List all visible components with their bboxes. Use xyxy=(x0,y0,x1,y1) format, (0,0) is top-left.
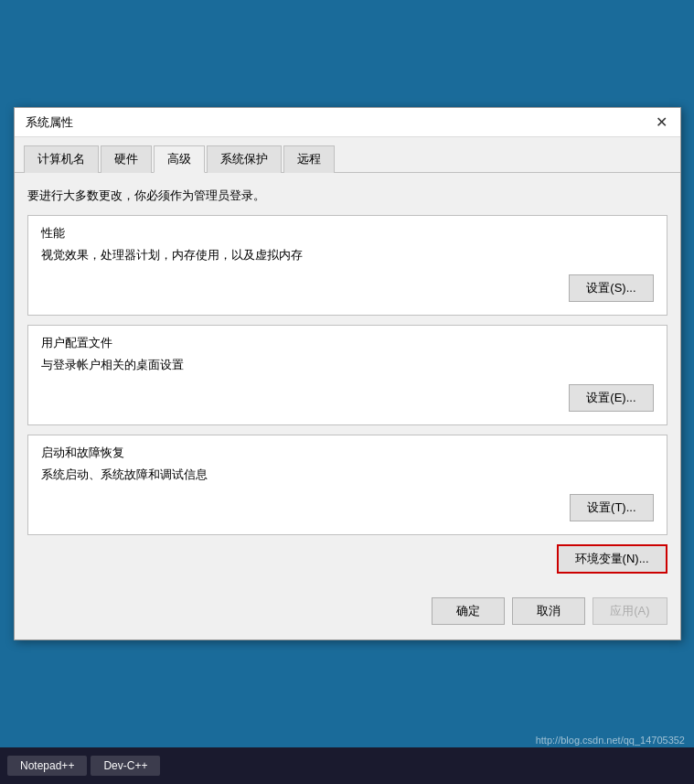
performance-settings-button[interactable]: 设置(S)... xyxy=(569,274,653,302)
startup-recovery-btn-row: 设置(T)... xyxy=(41,494,654,521)
taskbar-devcpp[interactable]: Dev-C++ xyxy=(91,756,160,776)
tab-system-protection[interactable]: 系统保护 xyxy=(207,145,282,173)
tab-hardware[interactable]: 硬件 xyxy=(101,145,152,173)
environment-variables-button[interactable]: 环境变量(N)... xyxy=(557,544,667,574)
ok-button[interactable]: 确定 xyxy=(432,597,505,625)
performance-btn-row: 设置(S)... xyxy=(41,274,654,302)
admin-info: 要进行大多数更改，你必须作为管理员登录。 xyxy=(27,188,667,204)
title-controls: ✕ xyxy=(651,112,673,134)
startup-recovery-desc: 系统启动、系统故障和调试信息 xyxy=(41,467,654,483)
user-profiles-settings-button[interactable]: 设置(E)... xyxy=(569,384,653,412)
apply-button[interactable]: 应用(A) xyxy=(593,597,667,625)
tab-computer-name[interactable]: 计算机名 xyxy=(24,145,99,173)
tab-remote[interactable]: 远程 xyxy=(283,145,335,173)
dialog-title: 系统属性 xyxy=(26,114,73,131)
user-profiles-desc: 与登录帐户相关的桌面设置 xyxy=(41,357,654,373)
performance-section: 性能 视觉效果，处理器计划，内存使用，以及虚拟内存 设置(S)... xyxy=(27,215,667,316)
bottom-action-row: 确定 取消 应用(A) xyxy=(15,588,680,639)
startup-recovery-section: 启动和故障恢复 系统启动、系统故障和调试信息 设置(T)... xyxy=(27,435,667,535)
user-profiles-title: 用户配置文件 xyxy=(41,335,654,351)
system-properties-dialog: 系统属性 ✕ 计算机名 硬件 高级 系统保护 远程 要进行大多数更改，你必须作为… xyxy=(14,107,681,640)
user-profiles-section: 用户配置文件 与登录帐户相关的桌面设置 设置(E)... xyxy=(27,325,667,425)
startup-recovery-settings-button[interactable]: 设置(T)... xyxy=(570,494,653,521)
cancel-button[interactable]: 取消 xyxy=(512,597,585,625)
close-button[interactable]: ✕ xyxy=(651,112,673,134)
startup-recovery-title: 启动和故障恢复 xyxy=(41,445,654,461)
performance-desc: 视觉效果，处理器计划，内存使用，以及虚拟内存 xyxy=(41,247,654,263)
tab-content: 要进行大多数更改，你必须作为管理员登录。 性能 视觉效果，处理器计划，内存使用，… xyxy=(15,173,680,588)
tab-advanced[interactable]: 高级 xyxy=(154,145,205,173)
taskbar: Notepad++ Dev-C++ xyxy=(0,747,694,784)
user-profiles-btn-row: 设置(E)... xyxy=(41,384,654,412)
bg-watermark: http://blog.csdn.net/qq_14705352 xyxy=(536,735,685,746)
tab-bar: 计算机名 硬件 高级 系统保护 远程 xyxy=(15,137,680,173)
performance-title: 性能 xyxy=(41,225,654,242)
title-bar: 系统属性 ✕ xyxy=(15,108,680,137)
taskbar-notepad[interactable]: Notepad++ xyxy=(7,756,87,776)
